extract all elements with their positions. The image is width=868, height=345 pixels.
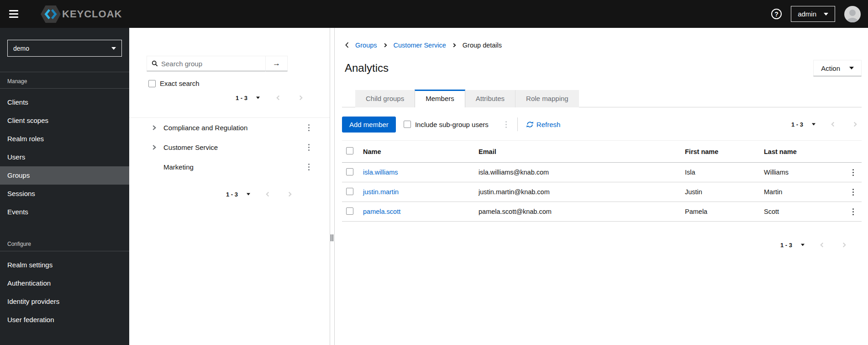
expand-chevron-icon[interactable] <box>152 144 158 150</box>
toolbar-kebab-menu-icon[interactable] <box>504 119 509 130</box>
chevron-down-icon[interactable] <box>812 123 815 126</box>
panel-resize-handle[interactable] <box>330 28 335 345</box>
sidebar-item-realm-settings[interactable]: Realm settings <box>0 256 129 274</box>
tree-item-label[interactable]: Customer Service <box>163 143 218 151</box>
kebab-menu-icon[interactable] <box>306 162 311 172</box>
member-username-link[interactable]: justin.martin <box>363 188 399 196</box>
row-kebab-menu-icon[interactable] <box>851 207 862 217</box>
action-dropdown[interactable]: Action <box>813 60 862 76</box>
row-checkbox[interactable] <box>346 207 353 215</box>
sidebar-item-authentication[interactable]: Authentication <box>0 274 129 292</box>
breadcrumb-customer-service-link[interactable]: Customer Service <box>394 42 446 49</box>
sidebar: demo Manage Clients Client scopes Realm … <box>0 28 129 345</box>
chevron-down-icon[interactable] <box>256 97 260 99</box>
expand-chevron-icon[interactable] <box>152 125 158 131</box>
kebab-menu-icon[interactable] <box>306 122 311 133</box>
sidebar-item-user-federation[interactable]: User federation <box>0 311 129 329</box>
tab-child-groups[interactable]: Child groups <box>355 90 415 107</box>
member-email: pamela.scott@knab.com <box>479 202 685 222</box>
tree-item-label[interactable]: Compliance and Regulation <box>163 124 247 132</box>
back-chevron-icon[interactable] <box>345 42 349 48</box>
avatar[interactable] <box>844 6 861 22</box>
pagination-next-icon[interactable] <box>296 95 305 101</box>
member-first-name: Justin <box>685 182 764 202</box>
chevron-down-icon[interactable] <box>801 244 805 246</box>
tree-item-customer-service[interactable]: Customer Service <box>129 138 330 157</box>
column-header-first-name[interactable]: First name <box>685 141 764 163</box>
tab-attributes[interactable]: Attributes <box>465 90 515 107</box>
members-pagination-top: 1 - 3 <box>791 121 862 128</box>
divider <box>517 117 518 131</box>
column-header-last-name[interactable]: Last name <box>764 141 851 163</box>
chevron-down-icon <box>111 47 116 50</box>
column-header-name[interactable]: Name <box>363 141 479 163</box>
refresh-button[interactable]: Refresh <box>526 121 561 128</box>
chevron-right-icon <box>384 42 387 48</box>
pagination-next-icon[interactable] <box>840 242 848 248</box>
table-row: isla.williams isla.williams@knab.com Isl… <box>342 163 862 182</box>
sidebar-item-users[interactable]: Users <box>0 148 129 166</box>
pagination-prev-icon[interactable] <box>829 121 837 127</box>
row-checkbox[interactable] <box>346 168 353 175</box>
search-group-input[interactable] <box>161 60 261 68</box>
include-subgroup-users-checkbox[interactable] <box>404 121 411 128</box>
breadcrumb: Groups Customer Service Group details <box>345 40 862 50</box>
pagination-prev-icon[interactable] <box>274 95 282 101</box>
keycloak-admin-console: KEYCLOAK ? admin demo Manage Clients <box>0 0 868 345</box>
sidebar-item-groups[interactable]: Groups <box>0 166 129 185</box>
member-username-link[interactable]: pamela.scott <box>363 208 400 215</box>
pagination-next-icon[interactable] <box>285 191 294 197</box>
sidebar-item-clients[interactable]: Clients <box>0 93 129 111</box>
realm-selector[interactable]: demo <box>7 40 122 57</box>
tree-item-compliance-and-regulation[interactable]: Compliance and Regulation <box>129 118 330 138</box>
tree-item-marketing[interactable]: Marketing <box>129 157 330 177</box>
include-subgroup-users-label: Include sub-group users <box>415 121 489 128</box>
pagination-prev-icon[interactable] <box>818 242 826 248</box>
user-menu-dropdown[interactable]: admin <box>791 6 835 22</box>
exact-search-checkbox[interactable] <box>148 80 156 87</box>
pagination-range[interactable]: 1 - 3 <box>780 242 792 249</box>
tree-pagination-bottom: 1 - 3 <box>129 189 330 199</box>
search-submit-button[interactable]: → <box>266 56 288 71</box>
chevron-right-icon <box>452 42 456 48</box>
pagination-range[interactable]: 1 - 3 <box>236 95 247 101</box>
group-search-box <box>147 56 266 71</box>
kebab-menu-icon[interactable] <box>306 142 311 153</box>
refresh-label: Refresh <box>537 121 561 128</box>
pagination-range[interactable]: 1 - 3 <box>791 121 803 128</box>
row-kebab-menu-icon[interactable] <box>851 187 862 197</box>
sidebar-item-realm-roles[interactable]: Realm roles <box>0 130 129 148</box>
breadcrumb-groups-link[interactable]: Groups <box>355 42 377 49</box>
column-header-email[interactable]: Email <box>479 141 685 163</box>
page-title: Analytics <box>345 62 389 74</box>
tabs: Child groups Members Attributes Role map… <box>342 90 862 107</box>
pagination-prev-icon[interactable] <box>263 191 272 197</box>
masthead: KEYCLOAK ? admin <box>0 0 868 28</box>
hamburger-menu-icon[interactable] <box>9 5 27 23</box>
tab-role-mapping[interactable]: Role mapping <box>515 90 579 107</box>
help-icon[interactable]: ? <box>771 9 782 19</box>
chevron-down-icon <box>824 13 828 16</box>
member-username-link[interactable]: isla.williams <box>363 169 398 176</box>
chevron-down-icon[interactable] <box>247 193 250 196</box>
row-kebab-menu-icon[interactable] <box>851 167 862 178</box>
tab-members[interactable]: Members <box>415 90 465 107</box>
pagination-range[interactable]: 1 - 3 <box>226 191 238 198</box>
select-all-checkbox[interactable] <box>346 147 353 154</box>
nav-section-manage-label: Manage <box>0 72 129 88</box>
pagination-next-icon[interactable] <box>851 121 859 127</box>
user-menu-label: admin <box>798 10 816 18</box>
members-pagination-bottom: 1 - 3 <box>342 240 862 250</box>
sidebar-item-events[interactable]: Events <box>0 203 129 221</box>
row-checkbox[interactable] <box>346 188 353 195</box>
sidebar-item-identity-providers[interactable]: Identity providers <box>0 292 129 311</box>
chevron-down-icon <box>849 67 854 69</box>
action-dropdown-label: Action <box>821 64 840 72</box>
sidebar-item-sessions[interactable]: Sessions <box>0 185 129 203</box>
exact-search-label: Exact search <box>160 80 200 87</box>
add-member-button[interactable]: Add member <box>342 117 396 133</box>
tree-item-label[interactable]: Marketing <box>163 163 194 171</box>
member-email: isla.williams@knab.com <box>479 163 685 182</box>
sidebar-item-client-scopes[interactable]: Client scopes <box>0 111 129 130</box>
keycloak-logo: KEYCLOAK <box>40 5 122 23</box>
